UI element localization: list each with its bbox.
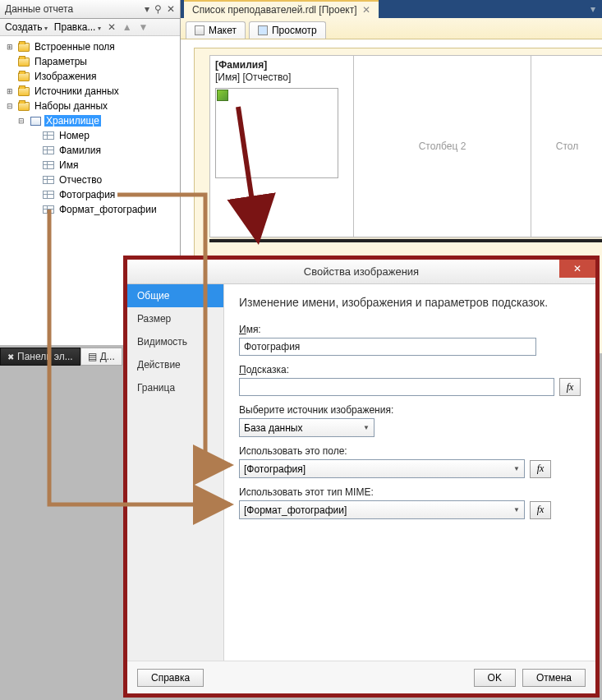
nav-border[interactable]: Граница xyxy=(127,376,223,399)
source-select[interactable]: База данных▼ xyxy=(239,418,375,437)
ok-button[interactable]: OK xyxy=(474,669,516,687)
dialog-title: Свойства изображения xyxy=(304,265,419,278)
mime-fx-button[interactable]: fx xyxy=(530,501,551,519)
tab-layout[interactable]: Макет xyxy=(186,21,246,39)
dialog-heading: Изменение имени, изображения и параметро… xyxy=(239,296,581,309)
tree-field-patronymic[interactable]: Отчество xyxy=(3,173,180,187)
doc-tab-close-icon[interactable]: ✕ xyxy=(362,4,370,16)
panel-title: Данные отчета xyxy=(5,3,73,15)
tree-images[interactable]: Изображения xyxy=(3,69,180,84)
up-arrow-icon[interactable]: ▲ xyxy=(122,21,132,33)
doc-tab-label: Список преподавателей.rdl [Проект] xyxy=(192,4,357,16)
mime-select[interactable]: [Формат_фотографии]▼ xyxy=(239,500,525,519)
tree-field-photo-format[interactable]: Формат_фотографии xyxy=(3,202,180,217)
report-cell-1[interactable]: [Фамилия] [Имя] [Отчество] xyxy=(210,56,354,237)
doc-tab-strip: Список преподавателей.rdl [Проект] ✕ ▾ xyxy=(181,0,602,18)
tree-datasets[interactable]: Наборы данных xyxy=(3,99,180,113)
layout-icon xyxy=(195,25,204,35)
source-label: Выберите источник изображения: xyxy=(239,404,581,416)
nav-visibility[interactable]: Видимость xyxy=(127,330,223,353)
panel-toolbar: Создать Правка... ✕ ▲ ▼ xyxy=(0,19,180,36)
name-input[interactable] xyxy=(239,338,536,356)
tree-field-name[interactable]: Имя xyxy=(3,158,180,173)
tree-field-photo[interactable]: Фотография xyxy=(3,187,180,202)
image-properties-dialog: Свойства изображения ✕ Общие Размер Види… xyxy=(123,256,600,698)
tree-dataset-storage[interactable]: Хранилище xyxy=(3,113,180,128)
tooltip-label: Подсказка: xyxy=(239,364,581,375)
hammer-icon: ✖ xyxy=(7,352,14,362)
report-cell-2[interactable]: Столбец 2 xyxy=(354,56,531,237)
dropdown-icon[interactable]: ▾ xyxy=(145,3,149,15)
dialog-content: Изменение имени, изображения и параметро… xyxy=(224,284,595,661)
nav-size[interactable]: Размер xyxy=(127,307,223,330)
preview-icon xyxy=(258,25,268,35)
nav-action[interactable]: Действие xyxy=(127,353,223,376)
header-field: [Фамилия] xyxy=(215,59,348,71)
sub-fields: [Имя] [Отчество] xyxy=(215,71,348,83)
view-tabs: Макет Просмотр xyxy=(181,18,602,39)
dialog-nav: Общие Размер Видимость Действие Граница xyxy=(127,284,224,661)
cancel-button[interactable]: Отмена xyxy=(522,669,586,687)
dialog-close-button[interactable]: ✕ xyxy=(559,260,595,278)
pin-icon[interactable]: ⚲ xyxy=(154,3,162,15)
field-label: Использовать это поле: xyxy=(239,445,581,457)
tooltip-fx-button[interactable]: fx xyxy=(559,378,581,396)
report-cell-3[interactable]: Стол xyxy=(531,56,602,237)
help-button[interactable]: Справка xyxy=(137,669,204,687)
name-label: Имя: xyxy=(239,324,581,335)
field-fx-button[interactable]: fx xyxy=(530,460,551,478)
nav-general[interactable]: Общие xyxy=(127,284,223,307)
mime-label: Использовать этот тип MIME: xyxy=(239,486,581,498)
panel-header: Данные отчета ▾ ⚲ ✕ xyxy=(0,0,180,19)
tree-builtin[interactable]: Встроенные поля xyxy=(3,39,180,54)
tree-field-number[interactable]: Номер xyxy=(3,128,180,143)
tree-field-surname[interactable]: Фамилия xyxy=(3,143,180,158)
image-placeholder[interactable] xyxy=(215,88,338,178)
dialog-titlebar[interactable]: Свойства изображения ✕ xyxy=(127,260,595,284)
doc-icon: ▤ xyxy=(88,351,97,362)
close-icon[interactable]: ✕ xyxy=(167,3,175,15)
dialog-footer: Справка OK Отмена xyxy=(127,661,595,693)
down-arrow-icon[interactable]: ▼ xyxy=(139,21,149,33)
create-menu[interactable]: Создать xyxy=(5,21,48,33)
strip-pin-icon[interactable]: ▾ xyxy=(591,3,595,15)
delete-icon[interactable]: ✕ xyxy=(108,21,116,33)
doc-tab[interactable]: Список преподавателей.rdl [Проект] ✕ xyxy=(184,0,379,18)
field-select[interactable]: [Фотография]▼ xyxy=(239,459,525,478)
edit-menu[interactable]: Правка... xyxy=(54,21,101,33)
canvas-divider xyxy=(209,239,602,242)
data-tab[interactable]: ▤Д... xyxy=(80,348,122,366)
tree-params[interactable]: Параметры xyxy=(3,54,180,69)
toolbox-tab[interactable]: ✖Панель эл... xyxy=(0,348,80,366)
tab-preview[interactable]: Просмотр xyxy=(249,21,326,39)
tree-sources[interactable]: Источники данных xyxy=(3,84,180,99)
tooltip-input[interactable] xyxy=(239,378,554,396)
report-surface[interactable]: [Фамилия] [Имя] [Отчество] Столбец 2 Сто… xyxy=(209,55,602,237)
